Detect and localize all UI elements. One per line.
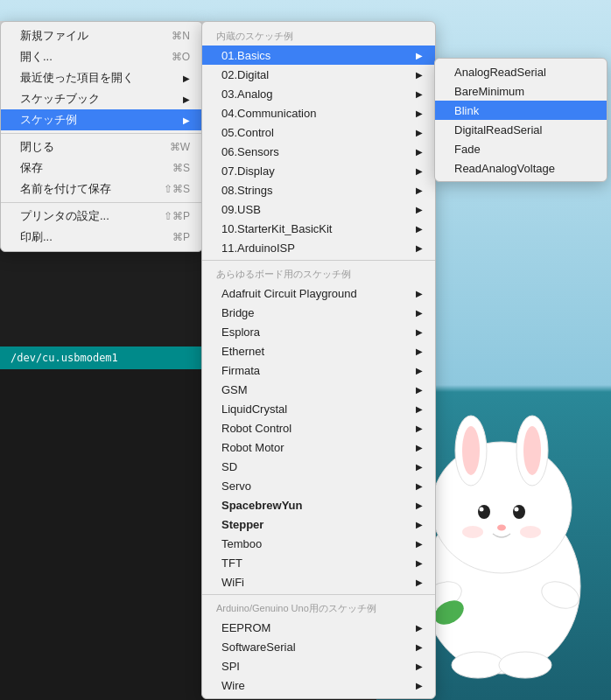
submenu-item-softwareserial[interactable]: SoftwareSerial ▶ <box>202 637 435 656</box>
submenu-arrow-digital: ▶ <box>416 70 423 80</box>
submenu-item-servo[interactable]: Servo ▶ <box>202 476 435 495</box>
submenu-arrow-starterkit: ▶ <box>416 224 423 234</box>
submenu-item-stepper[interactable]: Stepper ▶ <box>202 514 435 534</box>
submenu-item-wifi[interactable]: WiFi ▶ <box>202 572 435 592</box>
submenu-item-communication[interactable]: 04.Communication ▶ <box>202 103 435 122</box>
submenu-item-eeprom[interactable]: EEPROM ▶ <box>202 618 435 637</box>
basics-item-analogreadserial[interactable]: AnalogReadSerial <box>435 62 607 81</box>
menu-label-close: 閉じる <box>20 139 54 155</box>
menu-item-print[interactable]: 印刷... ⌘P <box>1 227 202 248</box>
menu-item-pagesetup[interactable]: プリンタの設定... ⇧⌘P <box>1 206 202 227</box>
submenu-arrow-firmata: ▶ <box>416 366 423 375</box>
submenu-item-sd[interactable]: SD ▶ <box>202 457 435 476</box>
submenu-item-ethernet[interactable]: Ethernet ▶ <box>202 341 435 360</box>
submenu-arrow-analog: ▶ <box>416 89 423 99</box>
sketch-submenu: 内蔵のスケッチ例 01.Basics ▶ 02.Digital ▶ 03.Ana… <box>201 21 436 699</box>
submenu-label-robotcontrol: Robot Control <box>221 422 291 435</box>
svg-point-12 <box>520 526 541 538</box>
submenu-label-gsm: GSM <box>221 383 248 396</box>
submenu-label-usb: 09.USB <box>221 203 261 216</box>
submenu-item-temboo[interactable]: Temboo ▶ <box>202 534 435 553</box>
submenu-label-sd: SD <box>221 460 237 473</box>
submenu-item-tft[interactable]: TFT ▶ <box>202 553 435 572</box>
submenu-label-spi: SPI <box>221 660 240 673</box>
submenu-item-analog[interactable]: 03.Analog ▶ <box>202 84 435 103</box>
submenu-arrow-wire: ▶ <box>416 681 423 690</box>
status-text: /dev/cu.usbmodem1 <box>11 352 118 364</box>
submenu-arrow-robotcontrol: ▶ <box>416 424 423 433</box>
submenu-arrow-servo: ▶ <box>416 481 423 491</box>
submenu-item-display[interactable]: 07.Display ▶ <box>202 161 435 180</box>
menu-item-recent[interactable]: 最近使った項目を開く ▶ <box>1 67 202 88</box>
submenu-arrow-softwareserial: ▶ <box>416 642 423 652</box>
submenu-item-usb[interactable]: 09.USB ▶ <box>202 200 435 219</box>
menu-item-open[interactable]: 開く... ⌘O <box>1 46 202 67</box>
basics-item-blink[interactable]: Blink <box>435 101 607 120</box>
submenu-item-gsm[interactable]: GSM ▶ <box>202 380 435 399</box>
submenu-arrow-usb: ▶ <box>416 205 423 214</box>
basics-label-analogreadserial: AnalogReadSerial <box>454 66 546 79</box>
basics-item-readanalogvoltage[interactable]: ReadAnalogVoltage <box>435 158 607 178</box>
submenu-label-wire: Wire <box>221 679 245 692</box>
menu-label-new: 新規ファイル <box>20 28 88 44</box>
submenu-label-firmata: Firmata <box>221 364 260 377</box>
basics-item-digitalreadserial[interactable]: DigitalReadSerial <box>435 120 607 139</box>
submenu-item-digital[interactable]: 02.Digital ▶ <box>202 65 435 84</box>
submenu-label-servo: Servo <box>221 480 251 493</box>
submenu-item-arduinoisp[interactable]: 11.ArduinoISP ▶ <box>202 238 435 257</box>
submenu-item-adafruit[interactable]: Adafruit Circuit Playground ▶ <box>202 284 435 303</box>
submenu-arrow-liquidcrystal: ▶ <box>416 404 423 414</box>
basics-label-fade: Fade <box>454 143 481 156</box>
basics-item-bareminimum[interactable]: BareMinimum <box>435 81 607 101</box>
submenu-arrow-bridge: ▶ <box>416 308 423 318</box>
submenu-label-arduinoisp: 11.ArduinoISP <box>221 242 295 255</box>
submenu-item-liquidcrystal[interactable]: LiquidCrystal ▶ <box>202 399 435 418</box>
menu-label-sketchbook: スケッチブック <box>20 91 100 107</box>
submenu-arrow-stepper: ▶ <box>416 520 423 529</box>
submenu-item-starterkit[interactable]: 10.StarterKit_BasicKit ▶ <box>202 219 435 238</box>
submenu-arrow-temboo: ▶ <box>416 539 423 549</box>
menu-shortcut-print: ⌘P <box>172 231 190 243</box>
submenu-arrow-spacebrewyun: ▶ <box>416 500 423 510</box>
submenu-item-bridge[interactable]: Bridge ▶ <box>202 303 435 322</box>
submenu-item-control[interactable]: 05.Control ▶ <box>202 122 435 142</box>
submenu-item-sensors[interactable]: 06.Sensors ▶ <box>202 142 435 161</box>
menu-item-save[interactable]: 保存 ⌘S <box>1 158 202 178</box>
svg-point-4 <box>462 426 480 475</box>
svg-point-9 <box>515 508 519 512</box>
submenu-label-tft: TFT <box>221 556 242 570</box>
submenu-arrow-strings: ▶ <box>416 186 423 195</box>
submenu-item-esplora[interactable]: Esplora ▶ <box>202 322 435 341</box>
menu-item-close[interactable]: 閉じる ⌘W <box>1 136 202 158</box>
submenu-item-spi[interactable]: SPI ▶ <box>202 656 435 676</box>
menu-arrow-sketchbook: ▶ <box>183 94 190 104</box>
submenu-label-stepper: Stepper <box>221 518 263 531</box>
submenu-section-allboards: あらゆるボード用のスケッチ例 <box>202 263 435 284</box>
menu-shortcut-save: ⌘S <box>172 162 190 174</box>
menu-item-new[interactable]: 新規ファイル ⌘N <box>1 25 202 46</box>
basics-item-fade[interactable]: Fade <box>435 139 607 158</box>
menu-item-sketchbook[interactable]: スケッチブック ▶ <box>1 88 202 109</box>
submenu-item-strings[interactable]: 08.Strings ▶ <box>202 180 435 200</box>
svg-point-6 <box>478 505 490 519</box>
submenu-item-basics[interactable]: 01.Basics ▶ <box>202 46 435 65</box>
menu-arrow-recent: ▶ <box>183 74 190 83</box>
submenu-item-robotcontrol[interactable]: Robot Control ▶ <box>202 418 435 438</box>
submenu-arrow-tft: ▶ <box>416 558 423 568</box>
menu-item-examples[interactable]: スケッチ例 ▶ <box>1 109 202 130</box>
svg-point-1 <box>432 442 572 573</box>
submenu-arrow-control: ▶ <box>416 128 423 137</box>
submenu-label-digital: 02.Digital <box>221 68 269 81</box>
menu-shortcut-saveas: ⇧⌘S <box>164 183 190 195</box>
submenu-item-wire[interactable]: Wire ▶ <box>202 676 435 695</box>
menu-separator-2 <box>1 202 202 203</box>
submenu-arrow-gsm: ▶ <box>416 385 423 395</box>
menu-label-save: 保存 <box>20 160 43 176</box>
submenu-item-firmata[interactable]: Firmata ▶ <box>202 360 435 380</box>
menu-item-saveas[interactable]: 名前を付けて保存 ⇧⌘S <box>1 178 202 200</box>
submenu-arrow-eeprom: ▶ <box>416 623 423 633</box>
submenu-label-temboo: Temboo <box>221 537 262 550</box>
submenu-label-control: 05.Control <box>221 126 274 139</box>
submenu-item-spacebrewyun[interactable]: SpacebrewYun ▶ <box>202 495 435 514</box>
submenu-item-robotmotor[interactable]: Robot Motor ▶ <box>202 438 435 457</box>
